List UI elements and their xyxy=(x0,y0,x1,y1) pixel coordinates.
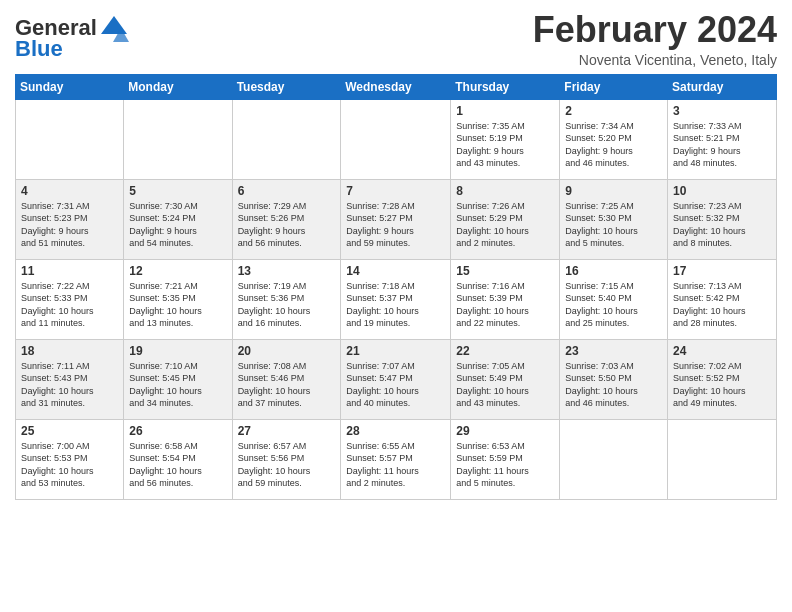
weekday-header-row: SundayMondayTuesdayWednesdayThursdayFrid… xyxy=(16,74,777,99)
day-info-line: Daylight: 10 hours xyxy=(456,305,554,318)
day-info-line: Daylight: 9 hours xyxy=(21,225,118,238)
day-info-line: and 56 minutes. xyxy=(238,237,336,250)
day-number: 18 xyxy=(21,344,118,358)
day-info-line: Sunset: 5:24 PM xyxy=(129,212,226,225)
calendar-row-3: 18Sunrise: 7:11 AMSunset: 5:43 PMDayligh… xyxy=(16,339,777,419)
day-info-line: and 19 minutes. xyxy=(346,317,445,330)
calendar-cell-1-5: 9Sunrise: 7:25 AMSunset: 5:30 PMDaylight… xyxy=(560,179,668,259)
day-number: 7 xyxy=(346,184,445,198)
month-title: February 2024 xyxy=(533,10,777,50)
day-info-line: Daylight: 9 hours xyxy=(129,225,226,238)
day-number: 3 xyxy=(673,104,771,118)
day-info: Sunrise: 7:30 AMSunset: 5:24 PMDaylight:… xyxy=(129,200,226,250)
day-number: 8 xyxy=(456,184,554,198)
day-info-line: Sunset: 5:53 PM xyxy=(21,452,118,465)
day-number: 20 xyxy=(238,344,336,358)
weekday-header-tuesday: Tuesday xyxy=(232,74,341,99)
day-info: Sunrise: 7:18 AMSunset: 5:37 PMDaylight:… xyxy=(346,280,445,330)
day-info-line: and 43 minutes. xyxy=(456,397,554,410)
day-info-line: Sunset: 5:21 PM xyxy=(673,132,771,145)
calendar-cell-3-1: 19Sunrise: 7:10 AMSunset: 5:45 PMDayligh… xyxy=(124,339,232,419)
day-info-line: and 8 minutes. xyxy=(673,237,771,250)
calendar-cell-2-3: 14Sunrise: 7:18 AMSunset: 5:37 PMDayligh… xyxy=(341,259,451,339)
weekday-header-thursday: Thursday xyxy=(451,74,560,99)
day-number: 13 xyxy=(238,264,336,278)
day-info: Sunrise: 7:15 AMSunset: 5:40 PMDaylight:… xyxy=(565,280,662,330)
day-info: Sunrise: 7:07 AMSunset: 5:47 PMDaylight:… xyxy=(346,360,445,410)
day-number: 9 xyxy=(565,184,662,198)
day-info-line: Sunrise: 7:10 AM xyxy=(129,360,226,373)
calendar-cell-4-5 xyxy=(560,419,668,499)
day-info-line: Sunrise: 7:15 AM xyxy=(565,280,662,293)
day-info-line: Daylight: 10 hours xyxy=(238,465,336,478)
day-info-line: and 34 minutes. xyxy=(129,397,226,410)
day-info-line: Daylight: 10 hours xyxy=(673,305,771,318)
weekday-header-friday: Friday xyxy=(560,74,668,99)
day-info-line: and 37 minutes. xyxy=(238,397,336,410)
day-info-line: Daylight: 10 hours xyxy=(346,385,445,398)
calendar-cell-0-4: 1Sunrise: 7:35 AMSunset: 5:19 PMDaylight… xyxy=(451,99,560,179)
calendar-cell-3-3: 21Sunrise: 7:07 AMSunset: 5:47 PMDayligh… xyxy=(341,339,451,419)
day-info-line: Sunrise: 7:29 AM xyxy=(238,200,336,213)
calendar-cell-4-6 xyxy=(668,419,777,499)
day-info: Sunrise: 7:11 AMSunset: 5:43 PMDaylight:… xyxy=(21,360,118,410)
day-info-line: and 59 minutes. xyxy=(346,237,445,250)
day-number: 16 xyxy=(565,264,662,278)
location: Noventa Vicentina, Veneto, Italy xyxy=(533,52,777,68)
day-info: Sunrise: 7:33 AMSunset: 5:21 PMDaylight:… xyxy=(673,120,771,170)
calendar-cell-4-2: 27Sunrise: 6:57 AMSunset: 5:56 PMDayligh… xyxy=(232,419,341,499)
day-info-line: Sunset: 5:56 PM xyxy=(238,452,336,465)
day-info-line: Sunrise: 7:18 AM xyxy=(346,280,445,293)
logo: General Blue xyxy=(15,14,129,60)
calendar-cell-1-4: 8Sunrise: 7:26 AMSunset: 5:29 PMDaylight… xyxy=(451,179,560,259)
day-number: 22 xyxy=(456,344,554,358)
day-info-line: Daylight: 10 hours xyxy=(21,305,118,318)
day-info-line: Sunset: 5:19 PM xyxy=(456,132,554,145)
calendar-cell-1-6: 10Sunrise: 7:23 AMSunset: 5:32 PMDayligh… xyxy=(668,179,777,259)
day-info-line: Sunrise: 7:05 AM xyxy=(456,360,554,373)
day-info-line: Daylight: 9 hours xyxy=(565,145,662,158)
calendar-cell-2-6: 17Sunrise: 7:13 AMSunset: 5:42 PMDayligh… xyxy=(668,259,777,339)
day-info-line: Sunrise: 7:08 AM xyxy=(238,360,336,373)
calendar-cell-4-3: 28Sunrise: 6:55 AMSunset: 5:57 PMDayligh… xyxy=(341,419,451,499)
day-info-line: Sunset: 5:23 PM xyxy=(21,212,118,225)
calendar-cell-0-1 xyxy=(124,99,232,179)
day-info: Sunrise: 7:19 AMSunset: 5:36 PMDaylight:… xyxy=(238,280,336,330)
day-info-line: and 43 minutes. xyxy=(456,157,554,170)
day-number: 27 xyxy=(238,424,336,438)
day-info: Sunrise: 6:57 AMSunset: 5:56 PMDaylight:… xyxy=(238,440,336,490)
day-number: 28 xyxy=(346,424,445,438)
day-info-line: Sunset: 5:26 PM xyxy=(238,212,336,225)
day-info: Sunrise: 6:55 AMSunset: 5:57 PMDaylight:… xyxy=(346,440,445,490)
day-number: 15 xyxy=(456,264,554,278)
day-info-line: Sunrise: 7:28 AM xyxy=(346,200,445,213)
day-number: 19 xyxy=(129,344,226,358)
day-info-line: Sunset: 5:29 PM xyxy=(456,212,554,225)
calendar-cell-1-0: 4Sunrise: 7:31 AMSunset: 5:23 PMDaylight… xyxy=(16,179,124,259)
day-info-line: Sunset: 5:20 PM xyxy=(565,132,662,145)
day-info: Sunrise: 7:03 AMSunset: 5:50 PMDaylight:… xyxy=(565,360,662,410)
day-info-line: Sunrise: 7:31 AM xyxy=(21,200,118,213)
day-info-line: Sunrise: 7:16 AM xyxy=(456,280,554,293)
title-block: February 2024 Noventa Vicentina, Veneto,… xyxy=(533,10,777,68)
calendar-row-1: 4Sunrise: 7:31 AMSunset: 5:23 PMDaylight… xyxy=(16,179,777,259)
day-info: Sunrise: 7:10 AMSunset: 5:45 PMDaylight:… xyxy=(129,360,226,410)
day-info: Sunrise: 7:13 AMSunset: 5:42 PMDaylight:… xyxy=(673,280,771,330)
calendar-cell-3-4: 22Sunrise: 7:05 AMSunset: 5:49 PMDayligh… xyxy=(451,339,560,419)
day-info: Sunrise: 7:31 AMSunset: 5:23 PMDaylight:… xyxy=(21,200,118,250)
day-info-line: Daylight: 10 hours xyxy=(21,465,118,478)
day-info-line: Daylight: 10 hours xyxy=(238,385,336,398)
day-info: Sunrise: 7:23 AMSunset: 5:32 PMDaylight:… xyxy=(673,200,771,250)
day-info-line: Daylight: 11 hours xyxy=(456,465,554,478)
day-info-line: and 51 minutes. xyxy=(21,237,118,250)
calendar-cell-3-5: 23Sunrise: 7:03 AMSunset: 5:50 PMDayligh… xyxy=(560,339,668,419)
day-info-line: and 31 minutes. xyxy=(21,397,118,410)
day-info-line: Daylight: 10 hours xyxy=(456,385,554,398)
day-info-line: Sunrise: 7:19 AM xyxy=(238,280,336,293)
day-info-line: and 53 minutes. xyxy=(21,477,118,490)
day-info-line: and 2 minutes. xyxy=(346,477,445,490)
day-info-line: and 5 minutes. xyxy=(565,237,662,250)
day-info-line: Sunrise: 7:26 AM xyxy=(456,200,554,213)
day-info-line: and 5 minutes. xyxy=(456,477,554,490)
day-number: 29 xyxy=(456,424,554,438)
